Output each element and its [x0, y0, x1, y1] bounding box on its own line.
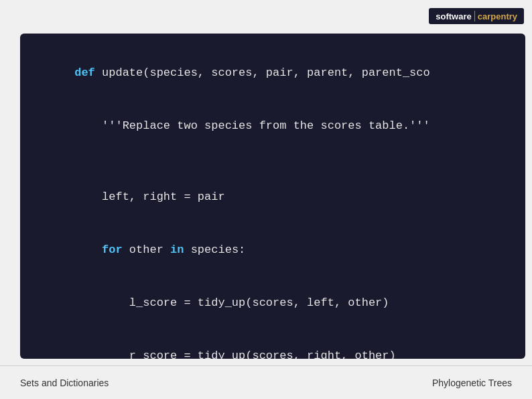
logo-divider — [474, 11, 475, 21]
code-text: other — [129, 243, 170, 256]
footer-left-label: Sets and Dictionaries — [20, 378, 109, 388]
footer: Sets and Dictionaries Phylogenetic Trees — [0, 365, 532, 399]
code-line-2: '''Replace two species from the scores t… — [34, 100, 512, 153]
code-text: '''Replace two species from the scores t… — [74, 119, 430, 132]
kw-for: for — [74, 243, 129, 256]
code-line-5: l_score = tidy_up(scores, left, other) — [34, 276, 512, 329]
code-text: update(species, scores, pair, parent, pa… — [102, 66, 430, 79]
code-area: def update(species, scores, pair, parent… — [20, 34, 525, 359]
slide: software carpentry def update(species, s… — [0, 0, 532, 399]
logo-bar: software carpentry — [429, 8, 524, 24]
logo-carpentry-text: carpentry — [478, 11, 517, 21]
kw-in: in — [170, 243, 184, 256]
logo-software-text: software — [436, 11, 471, 21]
code-line-3: left, right = pair — [34, 170, 512, 223]
code-text: species: — [184, 243, 245, 256]
code-line-4: for other in species: — [34, 223, 512, 276]
code-line-1: def update(species, scores, pair, parent… — [34, 47, 512, 100]
code-line-6: r_score = tidy_up(scores, right, other) — [34, 330, 512, 359]
code-line-blank-1 — [34, 153, 512, 170]
code-text: left, right = pair — [74, 190, 224, 203]
kw-def: def — [74, 66, 102, 79]
footer-right-label: Phylogenetic Trees — [432, 378, 512, 388]
code-text: l_score = tidy_up(scores, left, other) — [74, 296, 389, 309]
code-text: r_score = tidy_up(scores, right, other) — [74, 349, 395, 359]
